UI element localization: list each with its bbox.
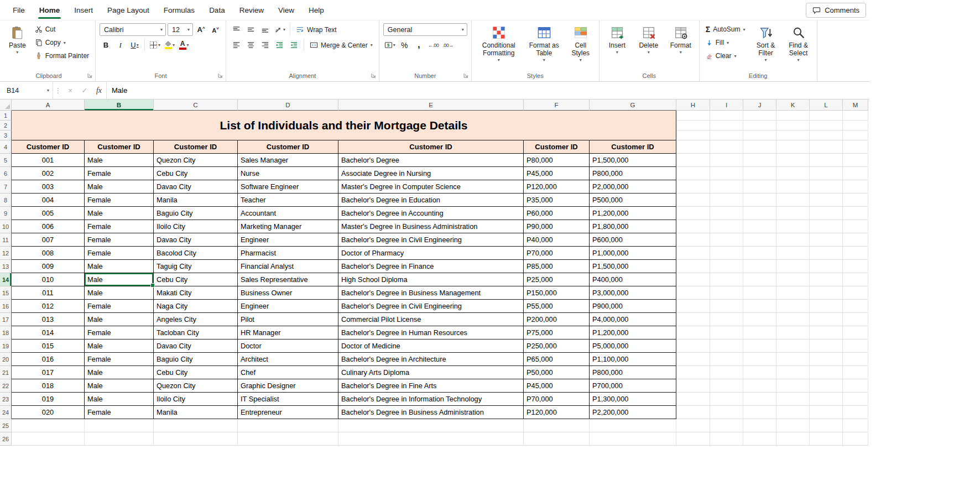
cell-E20[interactable]: Bachelor's Degree in Architecture (338, 353, 524, 366)
cell-L24[interactable] (810, 406, 843, 419)
cell-I20[interactable] (710, 353, 743, 366)
cell-G14[interactable]: P400,000 (590, 273, 676, 286)
row-header-1[interactable]: 1 (0, 111, 12, 121)
cell-J16[interactable] (743, 300, 776, 313)
cell-D20[interactable]: Architect (238, 353, 338, 366)
cell-G17[interactable]: P4,000,000 (590, 313, 676, 326)
alignment-dialog-launcher[interactable] (371, 73, 376, 78)
cell-E7[interactable]: Master's Degree in Computer Science (338, 180, 524, 194)
row-header-5[interactable]: 5 (0, 154, 12, 167)
column-header-K[interactable]: K (776, 100, 810, 111)
cell-M14[interactable] (843, 273, 868, 286)
cell-H11[interactable] (676, 233, 710, 247)
cell-C19[interactable]: Davao City (154, 339, 238, 353)
cell-J14[interactable] (743, 273, 776, 286)
align-right-button[interactable] (259, 39, 272, 51)
insert-function-icon[interactable]: fx (92, 82, 106, 99)
row-header-14[interactable]: 14 (0, 273, 12, 286)
cell-A22[interactable]: 018 (12, 379, 85, 393)
cell-A18[interactable]: 014 (12, 326, 85, 339)
cell-J21[interactable] (743, 366, 776, 379)
cell-I5[interactable] (710, 154, 743, 167)
decrease-indent-button[interactable] (273, 39, 286, 51)
cell-H3[interactable] (676, 130, 710, 140)
cell-J22[interactable] (743, 379, 776, 393)
merge-center-button[interactable]: Merge & Center ▾ (307, 39, 375, 51)
sort-filter-button[interactable]: Sort & Filter ▾ (752, 23, 780, 64)
menu-tab-insert[interactable]: Insert (67, 0, 100, 20)
cell-H9[interactable] (676, 207, 710, 220)
cell-D9[interactable]: Accountant (238, 207, 338, 220)
cell-I6[interactable] (710, 167, 743, 180)
cell-F4[interactable]: Customer ID (524, 140, 590, 154)
cell-K6[interactable] (776, 167, 810, 180)
menu-tab-data[interactable]: Data (202, 0, 232, 20)
number-dialog-launcher[interactable] (463, 73, 468, 78)
cell-I25[interactable] (710, 419, 743, 432)
cell-G8[interactable]: P500,000 (590, 194, 676, 207)
row-header-16[interactable]: 16 (0, 300, 12, 313)
cell-E21[interactable]: Culinary Arts Diploma (338, 366, 524, 379)
cell-L6[interactable] (810, 167, 843, 180)
cell-C8[interactable]: Manila (154, 194, 238, 207)
cell-K23[interactable] (776, 393, 810, 406)
cell-A14[interactable]: 010 (12, 273, 85, 286)
font-size-select[interactable]: 12 ▾ (168, 23, 193, 36)
cell-L17[interactable] (810, 313, 843, 326)
cell-I16[interactable] (710, 300, 743, 313)
cell-A12[interactable]: 008 (12, 247, 85, 260)
cell-K25[interactable] (776, 419, 810, 432)
cell-G20[interactable]: P1,100,000 (590, 353, 676, 366)
cell-M2[interactable] (843, 121, 868, 130)
cell-H14[interactable] (676, 273, 710, 286)
cell-F13[interactable]: P85,000 (524, 260, 590, 273)
cell-E16[interactable]: Bachelor's Degree in Civil Engineering (338, 300, 524, 313)
column-header-D[interactable]: D (238, 100, 338, 111)
fill-color-button[interactable]: ▾ (163, 39, 176, 51)
select-all-corner[interactable] (0, 100, 12, 111)
cell-F26[interactable] (524, 432, 590, 446)
cell-B25[interactable] (85, 419, 154, 432)
cell-K14[interactable] (776, 273, 810, 286)
cell-H15[interactable] (676, 286, 710, 300)
font-name-select[interactable]: Calibri ▾ (100, 23, 166, 36)
cell-E17[interactable]: Commercial Pilot License (338, 313, 524, 326)
cell-H23[interactable] (676, 393, 710, 406)
cell-C4[interactable]: Customer ID (154, 140, 238, 154)
row-header-18[interactable]: 18 (0, 326, 12, 339)
number-format-select[interactable]: General ▾ (383, 23, 467, 36)
row-header-25[interactable]: 25 (0, 419, 12, 432)
cell-I12[interactable] (710, 247, 743, 260)
row-header-12[interactable]: 12 (0, 247, 12, 260)
format-cells-button[interactable]: Format ▾ (666, 23, 695, 56)
row-header-4[interactable]: 4 (0, 140, 12, 154)
cell-M9[interactable] (843, 207, 868, 220)
cell-H24[interactable] (676, 406, 710, 419)
cell-J24[interactable] (743, 406, 776, 419)
cell-C11[interactable]: Davao City (154, 233, 238, 247)
decrease-decimal-button[interactable]: .00→ (441, 39, 455, 51)
cell-K17[interactable] (776, 313, 810, 326)
comma-style-button[interactable]: , (413, 39, 425, 51)
cell-F24[interactable]: P120,000 (524, 406, 590, 419)
find-select-button[interactable]: Find & Select ▾ (784, 23, 813, 64)
cell-D17[interactable]: Pilot (238, 313, 338, 326)
cell-C17[interactable]: Angeles City (154, 313, 238, 326)
cell-D26[interactable] (238, 432, 338, 446)
column-header-I[interactable]: I (710, 100, 743, 111)
cell-M24[interactable] (843, 406, 868, 419)
cell-H19[interactable] (676, 339, 710, 353)
cell-E19[interactable]: Doctor of Medicine (338, 339, 524, 353)
cell-J19[interactable] (743, 339, 776, 353)
column-header-M[interactable]: M (843, 100, 868, 111)
cell-G15[interactable]: P3,000,000 (590, 286, 676, 300)
confirm-entry-icon[interactable]: ✓ (77, 82, 92, 99)
row-header-26[interactable]: 26 (0, 432, 12, 446)
comments-button[interactable]: Comments (806, 3, 866, 18)
cut-button[interactable]: Cut (33, 23, 91, 35)
column-header-E[interactable]: E (338, 100, 524, 111)
cell-D23[interactable]: IT Specialist (238, 393, 338, 406)
cell-K19[interactable] (776, 339, 810, 353)
cell-A15[interactable]: 011 (12, 286, 85, 300)
cell-J8[interactable] (743, 194, 776, 207)
